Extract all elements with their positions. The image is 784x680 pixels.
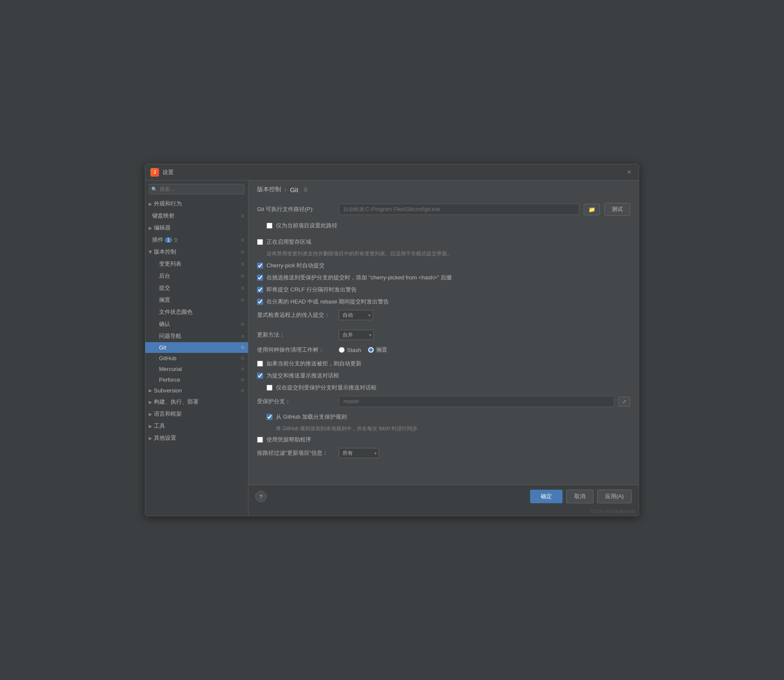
sidebar-item-label: 确认 — [159, 320, 170, 328]
sidebar-item-lang[interactable]: ▶ 语言和框架 — [145, 408, 248, 420]
protected-branch-input[interactable] — [339, 396, 614, 407]
update-method-row: 更新方法： 合并 变基 快进合并 — [257, 330, 630, 340]
auto-update-label: 如果当前分支的推送被拒，则自动更新 — [266, 360, 361, 368]
incoming-commits-label: 显式检查远程上的传入提交： — [257, 311, 334, 319]
push-dialog-checkbox[interactable] — [257, 373, 263, 379]
push-dialog-sub-label: 仅在提交到受保护分支时显示推送对话框 — [276, 384, 377, 392]
apply-button[interactable]: 应用(A) — [597, 490, 632, 503]
push-dialog-sub-checkbox[interactable] — [266, 385, 273, 391]
app-icon: J — [150, 168, 159, 177]
cherry-pick-suffix-checkbox[interactable] — [257, 275, 263, 281]
settings-icon: ⚙ — [241, 345, 245, 350]
sidebar-item-mercurial[interactable]: Mercurial ⚙ — [145, 364, 248, 374]
shelve-radio[interactable] — [368, 347, 374, 353]
title-bar: J 设置 × — [145, 164, 639, 181]
close-button[interactable]: × — [625, 168, 634, 177]
staging-area-checkbox[interactable] — [257, 239, 263, 245]
project-path-checkbox[interactable] — [266, 223, 273, 229]
crlf-label: 即将提交 CRLF 行分隔符时发出警告 — [266, 286, 357, 294]
git-path-row: Git 可执行文件路径(P): 📁 测试 — [257, 203, 630, 216]
settings-window: J 设置 × 🔍 ▶ 外观和行为 键盘映射 ⚙ ▶ 编辑器 — [145, 164, 639, 516]
protected-branch-row: 受保护分支： ⤢ — [257, 396, 630, 407]
content-area: 🔍 ▶ 外观和行为 键盘映射 ⚙ ▶ 编辑器 插件 1 文 ⚙ — [145, 181, 639, 516]
sidebar-item-label: Subversion — [154, 387, 182, 394]
sidebar-item-build[interactable]: ▶ 构建、执行、部署 — [145, 396, 248, 408]
sidebar-item-editor[interactable]: ▶ 编辑器 — [145, 222, 248, 234]
credentials-checkbox[interactable] — [257, 437, 263, 443]
git-path-label: Git 可执行文件路径(P): — [257, 205, 334, 213]
sidebar-item-github[interactable]: GitHub ⚙ — [145, 353, 248, 364]
search-box: 🔍 — [149, 184, 245, 194]
sidebar-item-confirm[interactable]: 确认 ⚙ — [145, 318, 248, 330]
folder-button[interactable]: 📁 — [584, 204, 600, 215]
expand-button[interactable]: ⤢ — [619, 397, 630, 407]
shelve-label: 搁置 — [376, 346, 387, 354]
sidebar-item-plugins[interactable]: 插件 1 文 ⚙ — [145, 234, 248, 246]
window-title: 设置 — [162, 168, 174, 176]
sidebar-item-label: 后台 — [159, 272, 170, 280]
test-button[interactable]: 测试 — [604, 203, 630, 216]
push-dialog-row: 为提交和推送显示推送对话框 — [257, 372, 630, 380]
sidebar-item-label: 外观和行为 — [154, 200, 182, 208]
cancel-button[interactable]: 取消 — [566, 490, 594, 503]
breadcrumb-separator: › — [285, 186, 287, 193]
crlf-checkbox[interactable] — [257, 287, 263, 293]
settings-icon: ⚙ — [241, 334, 245, 339]
sidebar-item-other[interactable]: ▶ 其他设置 — [145, 432, 248, 444]
sidebar-item-label: 语言和框架 — [154, 410, 182, 418]
arrow-icon: ▶ — [148, 250, 153, 254]
auto-update-row: 如果当前分支的推送被拒，则自动更新 — [257, 360, 630, 368]
sidebar-item-tools[interactable]: ▶ 工具 — [145, 420, 248, 432]
settings-icon: ⚙ — [241, 367, 245, 371]
staging-area-row: 正在启用暂存区域 — [257, 238, 630, 246]
sidebar-item-changelists[interactable]: 变更列表 ⚙ — [145, 258, 248, 270]
help-button[interactable]: ? — [255, 491, 266, 502]
sidebar-item-git[interactable]: Git ⚙ — [145, 342, 248, 353]
sidebar-item-label: 提交 — [159, 284, 170, 292]
clean-tree-radio-group: Stash 搁置 — [339, 346, 387, 354]
auto-update-checkbox[interactable] — [257, 361, 263, 367]
breadcrumb-current: Git — [290, 186, 298, 193]
bottom-bar: ? 确定 取消 应用(A) — [248, 485, 639, 508]
search-input[interactable] — [149, 184, 245, 194]
sidebar-item-keymap[interactable]: 键盘映射 ⚙ — [145, 210, 248, 222]
cherry-pick-label: Cherry-pick 时自动提交 — [266, 262, 325, 270]
sidebar-item-vcs[interactable]: ▶ 版本控制 ⚙ — [145, 246, 248, 258]
arrow-icon: ▶ — [149, 388, 152, 393]
ok-button[interactable]: 确定 — [530, 490, 563, 503]
title-bar-left: J 设置 — [150, 168, 174, 177]
translate-icon: 文 — [174, 237, 178, 243]
filter-select-wrapper: 所有 仅当前目录 禁用 — [339, 448, 379, 458]
sidebar-item-label: 问题导航 — [159, 332, 181, 340]
sidebar-item-shelve[interactable]: 搁置 ⚙ — [145, 294, 248, 306]
stash-radio[interactable] — [339, 347, 345, 353]
sidebar-item-file-status-color[interactable]: 文件状态颜色 — [145, 306, 248, 318]
detached-head-row: 在分离的 HEAD 中或 rebase 期间提交时发出警告 — [257, 298, 630, 306]
sidebar-item-label: 变更列表 — [159, 260, 181, 268]
sidebar-item-perforce[interactable]: Perforce ⚙ — [145, 374, 248, 385]
arrow-icon: ▶ — [149, 202, 152, 206]
filter-select[interactable]: 所有 仅当前目录 禁用 — [339, 448, 379, 458]
sidebar-item-subversion[interactable]: ▶ Subversion ⚙ — [145, 385, 248, 396]
settings-icon: ⚙ — [241, 322, 245, 327]
update-method-label: 更新方法： — [257, 331, 334, 339]
sidebar-item-appearance[interactable]: ▶ 外观和行为 — [145, 198, 248, 210]
git-path-input[interactable] — [339, 204, 579, 215]
sidebar-item-background[interactable]: 后台 ⚙ — [145, 270, 248, 282]
incoming-commits-select[interactable]: 自动 始终 从不 — [339, 310, 373, 320]
github-rules-checkbox[interactable] — [266, 414, 273, 420]
cherry-pick-suffix-label: 在挑选推送到受保护分支的提交时，添加 "cherry-picked from <… — [266, 274, 452, 282]
sidebar-item-issue-nav[interactable]: 问题导航 ⚙ — [145, 330, 248, 342]
sidebar-item-commit[interactable]: 提交 ⚙ — [145, 282, 248, 294]
breadcrumb-parent: 版本控制 — [257, 186, 281, 193]
sidebar-item-label: 编辑器 — [154, 224, 171, 232]
sidebar-item-label: 版本控制 — [154, 248, 176, 256]
project-path-label: 仅为当前项目设置此路径 — [276, 222, 337, 230]
settings-icon: ⚙ — [241, 214, 245, 218]
push-dialog-sub-row: 仅在提交到受保护分支时显示推送对话框 — [266, 384, 630, 392]
cherry-pick-checkbox[interactable] — [257, 263, 263, 269]
stash-radio-item: Stash — [339, 347, 361, 353]
github-rules-label: 从 GitHub 加载分支保护规则 — [276, 413, 347, 421]
update-method-select[interactable]: 合并 变基 快进合并 — [339, 330, 374, 340]
detached-head-checkbox[interactable] — [257, 299, 263, 305]
